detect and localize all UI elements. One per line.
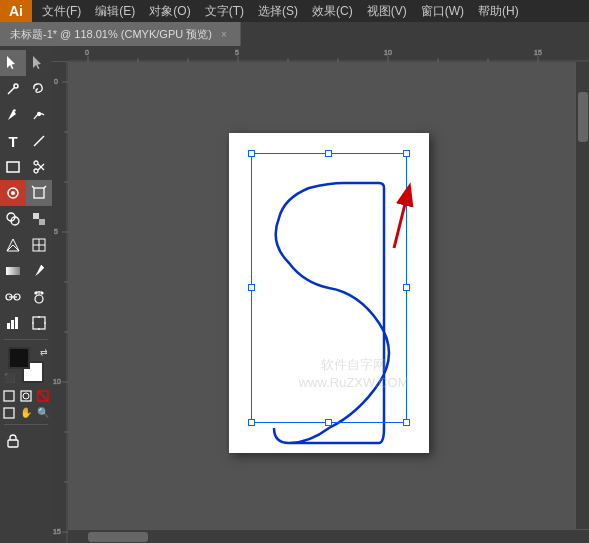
menu-window[interactable]: 窗口(W): [415, 1, 470, 22]
canvas-content: 软件自字网 www.RuZXW.COM: [68, 62, 589, 523]
color-swatches: ⇄ ⬛: [4, 347, 48, 383]
tool-group-shape: [0, 154, 52, 180]
toolbar-separator: [4, 339, 48, 340]
svg-text:0: 0: [85, 49, 89, 56]
svg-rect-18: [33, 213, 39, 219]
free-transform-tool[interactable]: [26, 180, 52, 206]
menu-select[interactable]: 选择(S): [252, 1, 304, 22]
svg-text:15: 15: [53, 528, 61, 535]
svg-line-5: [34, 136, 44, 146]
svg-rect-42: [4, 391, 14, 401]
selection-tool[interactable]: [0, 50, 26, 76]
tool-group-perspective: [0, 232, 52, 258]
normal-mode-button[interactable]: [0, 387, 17, 404]
main-layout: T: [0, 46, 589, 543]
mode-buttons-row: [0, 387, 52, 404]
svg-point-4: [38, 113, 41, 116]
svg-rect-19: [39, 219, 45, 225]
menu-object[interactable]: 对象(O): [143, 1, 196, 22]
magic-wand-tool[interactable]: [0, 76, 26, 102]
horizontal-scrollbar[interactable]: [68, 529, 589, 543]
svg-rect-47: [4, 408, 14, 418]
lasso-tool[interactable]: [26, 76, 52, 102]
svg-rect-37: [33, 317, 45, 329]
tab-title: 未标题-1* @ 118.01% (CMYK/GPU 预览): [10, 27, 212, 42]
eyedropper-tool[interactable]: [26, 258, 52, 284]
view-buttons-row: ✋ 🔍: [0, 404, 52, 421]
type-tool[interactable]: T: [0, 128, 26, 154]
svg-marker-0: [7, 56, 15, 69]
svg-point-8: [34, 169, 38, 173]
menu-items: 文件(F) 编辑(E) 对象(O) 文字(T) 选择(S) 效果(C) 视图(V…: [32, 1, 525, 22]
symbol-sprayer-tool[interactable]: [26, 284, 52, 310]
svg-rect-65: [52, 62, 68, 543]
svg-marker-1: [33, 56, 41, 69]
hand-tool[interactable]: ✋: [17, 404, 34, 421]
fill-swatch[interactable]: [8, 347, 30, 369]
svg-point-32: [35, 292, 37, 294]
tool-group-transform: [0, 180, 52, 206]
default-colors-icon[interactable]: ⬛: [4, 373, 15, 383]
app-logo: Ai: [0, 0, 32, 22]
menu-edit[interactable]: 编辑(E): [89, 1, 141, 22]
svg-rect-26: [6, 267, 20, 275]
svg-rect-49: [68, 46, 589, 62]
svg-rect-84: [578, 92, 588, 142]
tool-group-warp: [0, 206, 52, 232]
menubar: Ai 文件(F) 编辑(E) 对象(O) 文字(T) 选择(S) 效果(C) 视…: [0, 0, 589, 22]
svg-text:10: 10: [384, 49, 392, 56]
svg-point-44: [23, 393, 29, 399]
toggle-screen-mode[interactable]: [0, 404, 17, 421]
tab-close-button[interactable]: ×: [218, 28, 230, 40]
menu-type[interactable]: 文字(T): [199, 1, 250, 22]
svg-rect-48: [8, 440, 18, 447]
svg-point-12: [11, 191, 15, 195]
vertical-scrollbar[interactable]: [575, 62, 589, 529]
svg-rect-13: [34, 188, 44, 198]
curvature-tool[interactable]: [26, 102, 52, 128]
svg-rect-35: [11, 320, 14, 329]
tool-group-graph: [0, 310, 52, 336]
line-tool[interactable]: [26, 128, 52, 154]
draw-inside-button[interactable]: [17, 387, 34, 404]
menu-effect[interactable]: 效果(C): [306, 1, 359, 22]
tool-group-pen: [0, 102, 52, 128]
toolbar-separator-2: [4, 424, 48, 425]
svg-rect-36: [15, 317, 18, 329]
rectangle-tool[interactable]: [0, 154, 26, 180]
pen-tool[interactable]: [0, 102, 26, 128]
swap-colors-icon[interactable]: ⇄: [40, 347, 48, 357]
shape-builder-tool[interactable]: [0, 206, 26, 232]
svg-line-14: [32, 186, 34, 188]
draw-behind-button[interactable]: [34, 387, 51, 404]
svg-text:5: 5: [235, 49, 239, 56]
color-area: ⇄ ⬛: [0, 343, 52, 387]
perspective-grid-tool[interactable]: [0, 232, 26, 258]
svg-point-33: [41, 292, 43, 294]
menu-help[interactable]: 帮助(H): [472, 1, 525, 22]
toolbar: T: [0, 46, 52, 543]
gradient-tool[interactable]: [0, 258, 26, 284]
mesh-tool[interactable]: [26, 232, 52, 258]
puppet-warp-tool[interactable]: [0, 180, 26, 206]
scissors-tool[interactable]: [26, 154, 52, 180]
artboard-tool[interactable]: [26, 310, 52, 336]
graph-tool[interactable]: [0, 310, 26, 336]
menu-view[interactable]: 视图(V): [361, 1, 413, 22]
svg-text:0: 0: [54, 78, 58, 85]
svg-line-2: [8, 87, 15, 94]
menu-file[interactable]: 文件(F): [36, 1, 87, 22]
document-tab[interactable]: 未标题-1* @ 118.01% (CMYK/GPU 预览) ×: [0, 22, 241, 46]
direct-selection-tool[interactable]: [26, 50, 52, 76]
live-paint-tool[interactable]: [26, 206, 52, 232]
svg-line-82: [394, 188, 409, 248]
svg-rect-83: [88, 532, 148, 542]
blend-tool[interactable]: [0, 284, 26, 310]
document-page: 软件自字网 www.RuZXW.COM: [229, 133, 429, 453]
svg-line-15: [44, 186, 46, 188]
zoom-tool[interactable]: 🔍: [34, 404, 51, 421]
svg-text:15: 15: [534, 49, 542, 56]
edit-tool[interactable]: [0, 428, 26, 454]
svg-rect-6: [7, 162, 19, 172]
svg-point-3: [14, 84, 18, 88]
